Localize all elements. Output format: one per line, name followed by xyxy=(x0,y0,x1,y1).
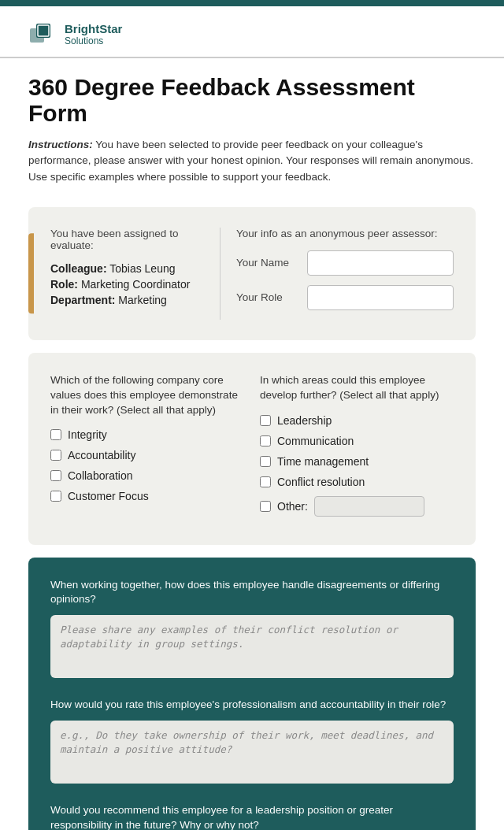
question-2-text: How would you rate this employee's profe… xyxy=(50,698,454,713)
checkbox-conflict-resolution: Conflict resolution xyxy=(260,476,454,488)
question-block-1: When working together, how does this emp… xyxy=(50,578,454,681)
info-card: You have been assigned to evaluate: Coll… xyxy=(28,207,476,340)
accountability-label: Accountability xyxy=(68,449,135,461)
column-divider xyxy=(220,228,220,320)
other-text-input[interactable] xyxy=(314,496,424,517)
collaboration-label: Collaboration xyxy=(68,469,133,482)
department-value: Marketing xyxy=(118,294,166,306)
checkbox-time-management: Time management xyxy=(260,455,454,468)
colleague-value: Tobias Leung xyxy=(109,262,175,275)
brand-tagline: Solutions xyxy=(65,36,122,46)
header: BrightStar Solutions xyxy=(0,6,504,58)
development-areas-section: In which areas could this employee devel… xyxy=(260,373,454,524)
role-label: Role: xyxy=(50,278,78,291)
department-row: Department: Marketing xyxy=(50,294,204,306)
communication-checkbox[interactable] xyxy=(260,435,271,446)
assessor-section-label: Your info as an anonymous peer assessor: xyxy=(236,228,454,239)
instructions: Instructions: You have been selected to … xyxy=(28,137,476,185)
core-values-section: Which of the following company core valu… xyxy=(50,373,244,524)
instructions-label: Instructions: xyxy=(28,139,93,150)
time-management-label: Time management xyxy=(277,455,369,468)
checkbox-other: Other: xyxy=(260,496,454,517)
question-1-textarea[interactable] xyxy=(50,615,454,678)
communication-label: Communication xyxy=(277,435,354,447)
card-accent xyxy=(28,234,34,313)
customer-focus-label: Customer Focus xyxy=(68,490,149,502)
assignee-section: You have been assigned to evaluate: Coll… xyxy=(50,228,204,320)
open-questions-section: When working together, how does this emp… xyxy=(28,558,476,830)
role-input[interactable] xyxy=(307,285,454,310)
role-value: Marketing Coordinator xyxy=(81,278,191,291)
role-row: Role: Marketing Coordinator xyxy=(50,278,204,291)
collaboration-checkbox[interactable] xyxy=(50,470,61,481)
checkbox-customer-focus: Customer Focus xyxy=(50,490,244,502)
name-input-label: Your Name xyxy=(236,257,299,269)
conflict-resolution-label: Conflict resolution xyxy=(277,476,365,488)
instructions-body: You have been selected to provide peer f… xyxy=(28,139,473,183)
info-card-columns: You have been assigned to evaluate: Coll… xyxy=(50,228,454,320)
colleague-row: Colleague: Tobias Leung xyxy=(50,262,204,275)
checkbox-integrity: Integrity xyxy=(50,428,244,441)
values-card-columns: Which of the following company core valu… xyxy=(50,373,454,524)
name-input[interactable] xyxy=(307,250,454,276)
role-input-group: Your Role xyxy=(236,285,454,310)
question-3-text: Would you recommend this employee for a … xyxy=(50,803,454,830)
values-card: Which of the following company core valu… xyxy=(28,353,476,545)
department-label: Department: xyxy=(50,294,115,306)
page-content: 360 Degree Feedback Assessment Form Inst… xyxy=(0,58,504,830)
checkbox-accountability: Accountability xyxy=(50,449,244,461)
question-2-textarea[interactable] xyxy=(50,721,454,784)
page-title: 360 Degree Feedback Assessment Form xyxy=(28,74,476,126)
checkbox-communication: Communication xyxy=(260,435,454,447)
checkbox-leadership: Leadership xyxy=(260,414,454,427)
top-accent-bar xyxy=(0,0,504,6)
brand-name: BrightStar xyxy=(65,23,122,36)
development-question: In which areas could this employee devel… xyxy=(260,373,454,403)
logo-icon xyxy=(28,20,57,49)
customer-focus-checkbox[interactable] xyxy=(50,491,61,502)
integrity-label: Integrity xyxy=(68,428,107,441)
logo: BrightStar Solutions xyxy=(28,20,122,49)
leadership-checkbox[interactable] xyxy=(260,415,271,426)
conflict-resolution-checkbox[interactable] xyxy=(260,476,271,487)
logo-text: BrightStar Solutions xyxy=(65,23,122,46)
question-block-2: How would you rate this employee's profe… xyxy=(50,698,454,786)
role-input-label: Your Role xyxy=(236,291,299,303)
leadership-label: Leadership xyxy=(277,414,332,427)
name-input-group: Your Name xyxy=(236,250,454,276)
colleague-label: Colleague: xyxy=(50,262,107,275)
assessor-section: Your info as an anonymous peer assessor:… xyxy=(236,228,454,320)
colleague-info: Colleague: Tobias Leung Role: Marketing … xyxy=(50,262,204,306)
integrity-checkbox[interactable] xyxy=(50,429,61,440)
question-1-text: When working together, how does this emp… xyxy=(50,578,454,608)
accountability-checkbox[interactable] xyxy=(50,450,61,461)
checkbox-collaboration: Collaboration xyxy=(50,469,244,482)
assignee-label: You have been assigned to evaluate: xyxy=(50,228,204,251)
question-block-3: Would you recommend this employee for a … xyxy=(50,803,454,830)
other-label: Other: xyxy=(277,500,308,513)
time-management-checkbox[interactable] xyxy=(260,456,271,467)
other-checkbox[interactable] xyxy=(260,501,271,512)
core-values-question: Which of the following company core valu… xyxy=(50,373,244,418)
